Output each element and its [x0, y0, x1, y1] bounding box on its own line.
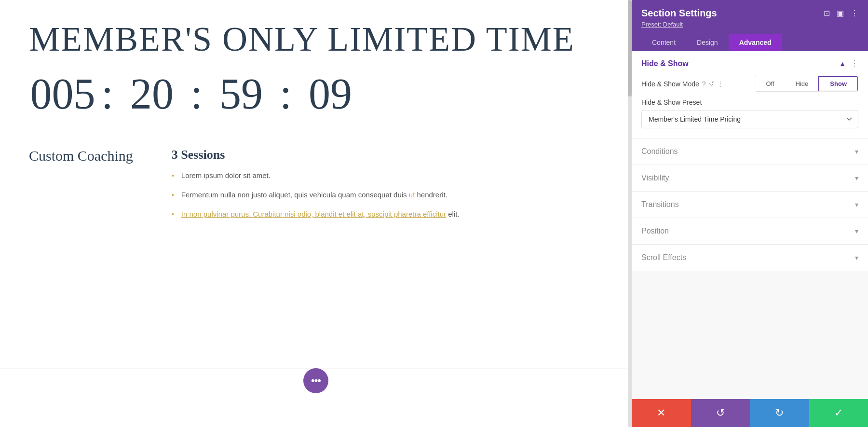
hide-show-section: Hide & Show ▲ ⋮ Hide & Show Mode ? ↺ ⋮ — [632, 51, 868, 138]
float-button-icon: ••• — [311, 374, 321, 387]
action-bar: ✕ ↺ ↻ ✓ — [632, 399, 868, 427]
panel-header-top: Section Settings ⊡ ▣ ⋮ — [641, 8, 858, 19]
hide-show-content: Hide & Show Mode ? ↺ ⋮ Off Hide Show Hid… — [632, 76, 868, 138]
cancel-icon: ✕ — [657, 407, 665, 419]
countdown-seconds: 09 — [297, 69, 364, 119]
redo-button[interactable]: ↻ — [750, 399, 809, 427]
bottom-content: Custom Coaching 3 Sessions Lorem ipsum d… — [29, 148, 603, 228]
coaching-title: Custom Coaching — [29, 148, 133, 164]
scroll-effects-title: Scroll Effects — [641, 253, 686, 262]
resize-icon[interactable]: ⊡ — [824, 9, 830, 18]
mode-more-icon[interactable]: ⋮ — [717, 80, 723, 87]
position-section: Position ▾ — [632, 218, 868, 245]
scroll-effects-section: Scroll Effects ▾ — [632, 245, 868, 271]
list-item: In non pulvinar purus. Curabitur nisi od… — [172, 208, 460, 220]
mode-help-icon[interactable]: ? — [702, 80, 706, 88]
bullet-list: Lorem ipsum dolor sit amet. Fermentum nu… — [172, 170, 460, 220]
sessions-title: 3 Sessions — [172, 148, 460, 162]
scroll-effects-chevron-icon[interactable]: ▾ — [855, 254, 858, 262]
panel-tabs: Content Design Advanced — [641, 34, 858, 51]
conditions-header[interactable]: Conditions ▾ — [632, 138, 868, 165]
main-heading: MEMBER'S ONLY LIMITED TIME — [29, 19, 603, 59]
transitions-title: Transitions — [641, 200, 679, 209]
panel-title: Section Settings — [641, 8, 717, 19]
undo-button[interactable]: ↺ — [691, 399, 750, 427]
hide-show-collapse-icon[interactable]: ▲ — [839, 60, 846, 68]
preset-field-label: Hide & Show Preset — [641, 98, 858, 106]
conditions-section: Conditions ▾ — [632, 138, 868, 165]
hide-show-title: Hide & Show — [641, 59, 689, 68]
countdown-days: 005 — [29, 69, 96, 119]
hide-show-header[interactable]: Hide & Show ▲ ⋮ — [632, 51, 868, 76]
countdown-sep-3: : — [280, 69, 292, 119]
countdown-sep-2: : — [190, 69, 203, 119]
coaching-block: Custom Coaching — [29, 148, 133, 164]
transitions-section: Transitions ▾ — [632, 192, 868, 218]
transitions-chevron-icon[interactable]: ▾ — [855, 201, 858, 208]
preset-row: Hide & Show Preset Member's Limited Time… — [641, 98, 858, 128]
layout-icon[interactable]: ▣ — [837, 9, 844, 18]
mode-label: Hide & Show Mode ? ↺ ⋮ — [641, 80, 723, 88]
panel-header-icons: ⊡ ▣ ⋮ — [824, 9, 858, 18]
countdown-minutes: 59 — [207, 69, 275, 119]
panel-preset: Preset: Default — [641, 21, 858, 28]
right-panel: Section Settings ⊡ ▣ ⋮ Preset: Default C… — [632, 0, 868, 427]
countdown-hours: 20 — [118, 69, 186, 119]
sessions-block: 3 Sessions Lorem ipsum dolor sit amet. F… — [172, 148, 460, 228]
canvas-scrollbar-thumb — [628, 0, 632, 96]
transitions-header[interactable]: Transitions ▾ — [632, 192, 868, 218]
preset-select[interactable]: Member's Limited Time Pricing — [641, 110, 858, 128]
list-item: Lorem ipsum dolor sit amet. — [172, 170, 460, 181]
position-header[interactable]: Position ▾ — [632, 218, 868, 244]
panel-header: Section Settings ⊡ ▣ ⋮ Preset: Default C… — [632, 0, 868, 51]
visibility-title: Visibility — [641, 174, 669, 182]
mode-reset-icon[interactable]: ↺ — [709, 80, 714, 87]
visibility-header[interactable]: Visibility ▾ — [632, 165, 868, 191]
mode-row: Hide & Show Mode ? ↺ ⋮ Off Hide Show — [641, 76, 858, 92]
conditions-chevron-icon[interactable]: ▾ — [855, 148, 858, 155]
position-title: Position — [641, 227, 669, 235]
scroll-effects-header[interactable]: Scroll Effects ▾ — [632, 245, 868, 271]
more-options-icon[interactable]: ⋮ — [851, 9, 858, 18]
tab-advanced[interactable]: Advanced — [729, 34, 782, 51]
undo-icon: ↺ — [716, 407, 725, 419]
visibility-chevron-icon[interactable]: ▾ — [855, 174, 858, 182]
confirm-icon: ✓ — [834, 407, 843, 419]
conditions-title: Conditions — [641, 147, 678, 156]
position-chevron-icon[interactable]: ▾ — [855, 227, 858, 235]
list-item: Fermentum nulla non justo aliquet, quis … — [172, 189, 460, 201]
cancel-button[interactable]: ✕ — [632, 399, 691, 427]
countdown-row: 005 : 20 : 59 : 09 — [29, 69, 603, 119]
tab-content[interactable]: Content — [641, 34, 686, 51]
mode-off-btn[interactable]: Off — [755, 76, 785, 91]
tab-design[interactable]: Design — [686, 34, 729, 51]
canvas-area: MEMBER'S ONLY LIMITED TIME 005 : 20 : 59… — [0, 0, 632, 427]
countdown-sep-1: : — [101, 69, 113, 119]
mode-show-btn[interactable]: Show — [818, 76, 858, 92]
confirm-button[interactable]: ✓ — [809, 399, 868, 427]
mode-hide-btn[interactable]: Hide — [785, 76, 819, 91]
mode-toggle-group: Off Hide Show — [755, 76, 858, 92]
visibility-section: Visibility ▾ — [632, 165, 868, 192]
preset-text[interactable]: Preset: Default — [641, 21, 683, 28]
section-header-left: Hide & Show — [641, 59, 689, 68]
float-button[interactable]: ••• — [303, 368, 328, 393]
canvas-scrollbar[interactable] — [628, 0, 632, 427]
redo-icon: ↻ — [775, 407, 784, 419]
panel-body: Hide & Show ▲ ⋮ Hide & Show Mode ? ↺ ⋮ — [632, 51, 868, 399]
hide-show-more-icon[interactable]: ⋮ — [851, 59, 858, 68]
